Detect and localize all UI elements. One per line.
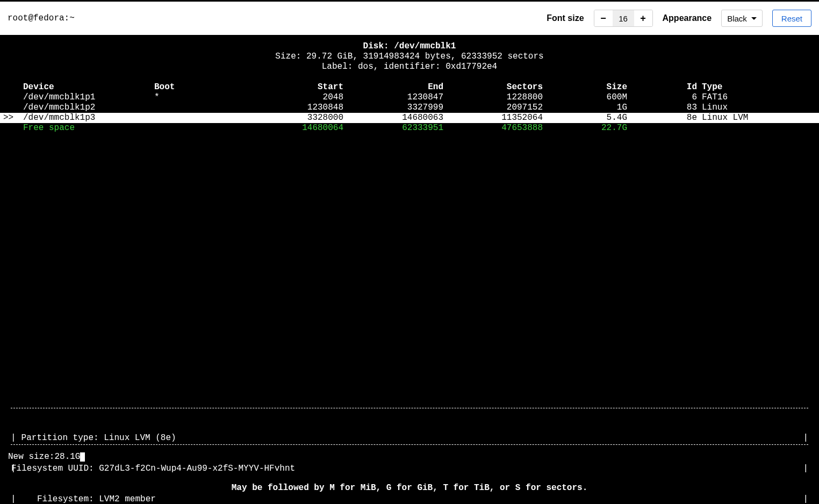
font-size-decrease-button[interactable]: −	[594, 10, 613, 26]
col-sectors: Sectors	[443, 82, 543, 92]
col-device: Device	[23, 82, 154, 92]
info-box: | Partition type: Linux LVM (8e)| |Files…	[11, 408, 808, 449]
hint-text: May be followed by M for MiB, G for GiB,…	[0, 483, 819, 493]
appearance-dropdown[interactable]: Black	[721, 10, 763, 27]
terminal-area[interactable]: Disk: /dev/mmcblk1 Size: 29.72 GiB, 3191…	[0, 35, 819, 504]
blank-row	[0, 72, 819, 82]
partition-row[interactable]: /dev/mmcblk1p1*204812308471228800600M6FA…	[0, 92, 819, 103]
appearance-label: Appearance	[663, 13, 712, 23]
font-size-stepper: − 16 +	[594, 10, 653, 27]
partition-row[interactable]: >>/dev/mmcblk1p3332800014680063113520645…	[0, 113, 819, 123]
cursor	[80, 452, 85, 462]
prompt-label: New size:	[8, 452, 54, 462]
font-size-increase-button[interactable]: +	[634, 10, 652, 26]
partition-row[interactable]: /dev/mmcblk1p21230848332799920971521G83L…	[0, 103, 819, 113]
font-size-label: Font size	[547, 13, 584, 23]
col-id: Id	[627, 82, 697, 92]
table-header: Device Boot Start End Sectors Size Id Ty…	[0, 82, 819, 92]
font-size-value: 16	[613, 10, 634, 26]
disk-label-line: Label: dos, identifier: 0xd17792e4	[0, 62, 819, 72]
chevron-down-icon	[751, 17, 757, 20]
appearance-value: Black	[727, 14, 747, 23]
header-bar: root@fedora:~ Font size − 16 + Appearanc…	[0, 2, 819, 35]
col-type: Type	[697, 82, 819, 92]
col-start: Start	[224, 82, 343, 92]
window-title: root@fedora:~	[8, 13, 75, 23]
col-end: End	[343, 82, 443, 92]
prompt-value: 28.1G	[54, 452, 80, 462]
disk-size-line: Size: 29.72 GiB, 31914983424 bytes, 6233…	[0, 52, 819, 62]
col-size: Size	[543, 82, 627, 92]
reset-button[interactable]: Reset	[772, 10, 811, 27]
col-boot: Boot	[154, 82, 224, 92]
disk-title: Disk: /dev/mmcblk1	[0, 41, 819, 52]
size-prompt[interactable]: New size: 28.1G	[8, 452, 85, 462]
free-space-row[interactable]: Free space14680064623339514765388822.7G	[0, 123, 819, 133]
